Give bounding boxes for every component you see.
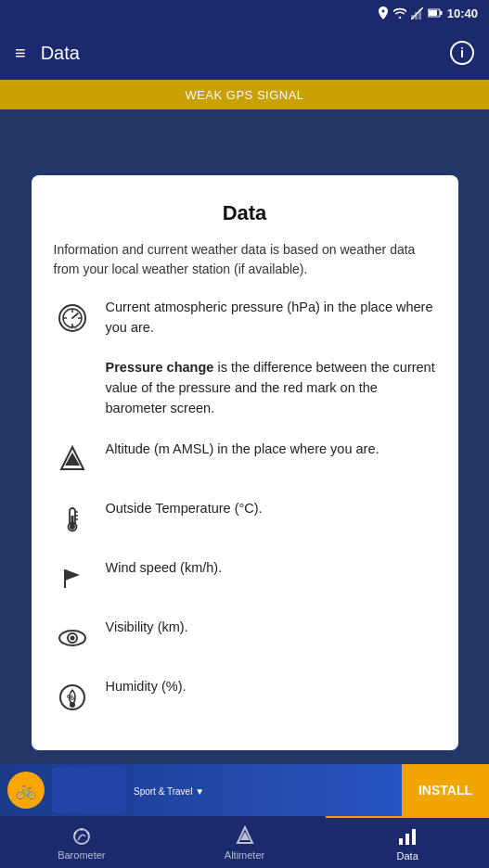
- altitude-row: Altitude (m AMSL) in the place where you…: [54, 440, 436, 479]
- info-button[interactable]: i: [450, 41, 474, 65]
- pressure-text: Current atmospheric pressure (hPa) in th…: [106, 298, 436, 419]
- svg-line-34: [74, 832, 76, 834]
- nav-item-altimeter[interactable]: Altimeter: [163, 816, 327, 868]
- data-nav-icon: [396, 825, 418, 848]
- temperature-icon: [54, 501, 91, 538]
- main-content: Data Information and current weather dat…: [0, 109, 489, 816]
- svg-text:%: %: [67, 693, 74, 702]
- pressure-icon: hPa: [54, 300, 91, 337]
- wind-icon: [54, 560, 91, 597]
- app-header: ≡ Data i: [0, 26, 489, 80]
- humidity-text: Humidity (%).: [106, 677, 436, 697]
- svg-rect-39: [405, 834, 409, 845]
- gps-banner: WEAK GPS SIGNAL: [0, 80, 489, 109]
- visibility-icon: [54, 619, 91, 657]
- app-title: Data: [41, 43, 435, 64]
- ad-content: 🚲 Sport & Travel ▼: [0, 767, 402, 813]
- dialog-footer: OK: [54, 736, 436, 751]
- wifi-icon: [393, 7, 406, 19]
- svg-point-20: [70, 524, 75, 530]
- svg-text:hPa: hPa: [69, 325, 77, 330]
- data-nav-label: Data: [397, 850, 418, 862]
- visibility-row: Visibility (km).: [54, 618, 436, 657]
- dialog-title: Data: [54, 201, 436, 225]
- dialog-intro: Information and current weather data is …: [54, 240, 436, 279]
- svg-point-28: [70, 635, 74, 640]
- hamburger-menu-icon[interactable]: ≡: [15, 43, 26, 64]
- ad-circle-icon: 🚲: [7, 772, 45, 809]
- humidity-row: % Humidity (%).: [54, 677, 436, 716]
- ok-button[interactable]: OK: [391, 744, 435, 751]
- ad-image: [52, 767, 126, 813]
- nav-item-data[interactable]: Data: [326, 816, 489, 868]
- battery-icon: [428, 7, 443, 19]
- visibility-text: Visibility (km).: [106, 618, 436, 638]
- dialog: Data Information and current weather dat…: [32, 175, 458, 750]
- install-button[interactable]: INSTALL: [402, 764, 489, 816]
- gps-text: WEAK GPS SIGNAL: [185, 88, 303, 102]
- temperature-row: Outside Temperature (°C).: [54, 499, 436, 538]
- svg-marker-25: [65, 569, 80, 581]
- temperature-text: Outside Temperature (°C).: [106, 499, 436, 519]
- status-time: 10:40: [447, 6, 478, 20]
- altitude-text: Altitude (m AMSL) in the place where you…: [106, 440, 436, 460]
- bottom-nav: Barometer Altimeter Data: [0, 816, 489, 868]
- nav-item-barometer[interactable]: Barometer: [0, 816, 163, 868]
- svg-rect-38: [399, 838, 403, 845]
- ad-banner: 🚲 Sport & Travel ▼ INSTALL: [0, 764, 489, 816]
- status-bar: 10:40: [0, 0, 489, 26]
- location-icon: [378, 6, 389, 19]
- status-icons: 10:40: [378, 6, 478, 20]
- svg-line-13: [72, 313, 78, 318]
- pressure-change-label: Pressure change: [106, 360, 214, 375]
- svg-line-35: [87, 832, 89, 834]
- altimeter-nav-icon: [234, 824, 256, 847]
- barometer-nav-label: Barometer: [58, 849, 105, 861]
- svg-point-30: [70, 702, 75, 708]
- ad-label: Sport & Travel ▼: [134, 782, 204, 798]
- signal-off-icon: [411, 7, 423, 19]
- humidity-icon: %: [54, 679, 91, 716]
- svg-rect-6: [429, 10, 437, 16]
- svg-point-32: [74, 829, 89, 844]
- altimeter-nav-label: Altimeter: [225, 849, 264, 861]
- wind-row: Wind speed (km/h).: [54, 558, 436, 597]
- pressure-row: hPa Current atmospheric pressure (hPa) i…: [54, 298, 436, 419]
- barometer-nav-icon: [71, 824, 93, 847]
- altitude-icon: [54, 441, 91, 479]
- svg-rect-5: [440, 11, 442, 15]
- wind-text: Wind speed (km/h).: [106, 558, 436, 579]
- svg-rect-40: [412, 829, 416, 845]
